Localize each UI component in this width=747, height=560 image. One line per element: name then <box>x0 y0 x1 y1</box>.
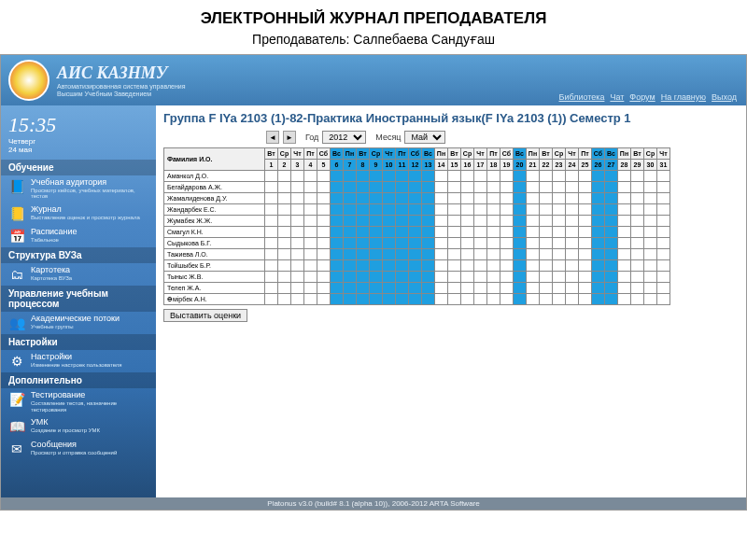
grade-cell[interactable] <box>422 204 435 216</box>
grade-cell[interactable] <box>605 294 618 305</box>
grade-cell[interactable] <box>644 227 657 238</box>
grade-cell[interactable] <box>344 283 357 294</box>
grade-cell[interactable] <box>383 182 396 193</box>
grade-cell[interactable] <box>592 283 605 294</box>
grade-cell[interactable] <box>474 283 487 294</box>
grade-cell[interactable] <box>317 283 331 294</box>
grade-cell[interactable] <box>317 249 331 260</box>
grade-cell[interactable] <box>605 227 618 238</box>
grade-cell[interactable] <box>291 238 304 249</box>
grade-cell[interactable] <box>514 272 527 283</box>
grade-cell[interactable] <box>370 272 383 283</box>
grade-cell[interactable] <box>540 182 553 193</box>
grade-cell[interactable] <box>579 272 592 283</box>
grade-cell[interactable] <box>500 272 514 283</box>
grade-cell[interactable] <box>304 204 317 216</box>
grade-cell[interactable] <box>317 171 331 182</box>
grade-cell[interactable] <box>657 260 670 272</box>
grade-cell[interactable] <box>500 182 514 193</box>
grade-cell[interactable] <box>474 260 487 272</box>
grade-cell[interactable] <box>422 249 435 260</box>
grade-cell[interactable] <box>487 260 500 272</box>
grade-cell[interactable] <box>409 249 422 260</box>
grade-cell[interactable] <box>370 227 383 238</box>
grade-cell[interactable] <box>409 227 422 238</box>
grade-cell[interactable] <box>265 272 278 283</box>
grade-cell[interactable] <box>370 193 383 204</box>
grade-cell[interactable] <box>291 283 304 294</box>
grade-cell[interactable] <box>500 227 514 238</box>
grade-cell[interactable] <box>631 182 644 193</box>
grade-cell[interactable] <box>422 294 435 305</box>
grade-cell[interactable] <box>657 272 670 283</box>
grade-cell[interactable] <box>357 260 370 272</box>
grade-cell[interactable] <box>448 272 461 283</box>
grade-cell[interactable] <box>500 171 514 182</box>
grade-cell[interactable] <box>409 193 422 204</box>
grade-cell[interactable] <box>357 227 370 238</box>
grade-cell[interactable] <box>566 227 579 238</box>
toplink[interactable]: На главную <box>661 92 706 102</box>
grade-cell[interactable] <box>618 216 631 227</box>
grade-cell[interactable] <box>383 227 396 238</box>
grade-cell[interactable] <box>644 272 657 283</box>
sidebar-item[interactable]: 📒ЖурналВыставление оценок и просмотр жур… <box>1 203 156 225</box>
grade-cell[interactable] <box>540 171 553 182</box>
grade-cell[interactable] <box>487 238 500 249</box>
grade-cell[interactable] <box>644 171 657 182</box>
grade-cell[interactable] <box>396 238 409 249</box>
grade-cell[interactable] <box>500 193 514 204</box>
grade-cell[interactable] <box>317 193 331 204</box>
grade-cell[interactable] <box>553 283 566 294</box>
grade-cell[interactable] <box>265 294 278 305</box>
grade-cell[interactable] <box>383 193 396 204</box>
grade-cell[interactable] <box>657 204 670 216</box>
grade-cell[interactable] <box>383 204 396 216</box>
grade-cell[interactable] <box>409 204 422 216</box>
grade-cell[interactable] <box>370 171 383 182</box>
grade-cell[interactable] <box>357 294 370 305</box>
grade-cell[interactable] <box>553 294 566 305</box>
grade-cell[interactable] <box>631 204 644 216</box>
grade-cell[interactable] <box>657 216 670 227</box>
grade-cell[interactable] <box>448 260 461 272</box>
grade-cell[interactable] <box>527 260 540 272</box>
grade-cell[interactable] <box>331 216 344 227</box>
grade-cell[interactable] <box>592 260 605 272</box>
grade-cell[interactable] <box>383 238 396 249</box>
grade-cell[interactable] <box>605 283 618 294</box>
grade-cell[interactable] <box>527 249 540 260</box>
grade-cell[interactable] <box>592 227 605 238</box>
toplink[interactable]: Чат <box>610 92 624 102</box>
grade-cell[interactable] <box>383 272 396 283</box>
grade-cell[interactable] <box>527 238 540 249</box>
grade-cell[interactable] <box>579 283 592 294</box>
grade-cell[interactable] <box>540 204 553 216</box>
grade-cell[interactable] <box>448 283 461 294</box>
grade-cell[interactable] <box>291 294 304 305</box>
grade-cell[interactable] <box>357 272 370 283</box>
grade-cell[interactable] <box>435 216 448 227</box>
grade-cell[interactable] <box>592 238 605 249</box>
grade-cell[interactable] <box>265 227 278 238</box>
grade-cell[interactable] <box>317 238 331 249</box>
grade-cell[interactable] <box>396 216 409 227</box>
grade-cell[interactable] <box>304 283 317 294</box>
grade-cell[interactable] <box>344 227 357 238</box>
grade-cell[interactable] <box>553 204 566 216</box>
grade-cell[interactable] <box>618 204 631 216</box>
grade-cell[interactable] <box>657 193 670 204</box>
year-select[interactable]: 2012 <box>322 131 366 144</box>
grade-cell[interactable] <box>657 171 670 182</box>
sidebar-item[interactable]: 📖УМКСоздание и просмотр УМК <box>1 415 156 438</box>
grade-cell[interactable] <box>357 249 370 260</box>
grade-cell[interactable] <box>605 249 618 260</box>
grade-cell[interactable] <box>644 238 657 249</box>
grade-cell[interactable] <box>344 171 357 182</box>
grade-cell[interactable] <box>278 238 291 249</box>
grade-cell[interactable] <box>435 204 448 216</box>
grade-cell[interactable] <box>657 227 670 238</box>
grade-cell[interactable] <box>278 272 291 283</box>
grade-cell[interactable] <box>396 260 409 272</box>
grade-cell[interactable] <box>291 272 304 283</box>
